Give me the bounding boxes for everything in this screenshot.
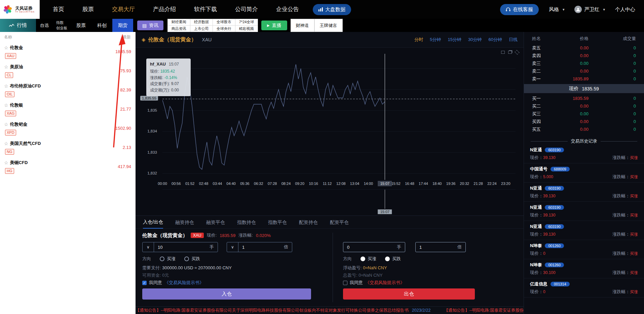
- chart-canvas[interactable]: [162, 54, 516, 180]
- period-tab-5分钟[interactable]: 5分钟: [430, 37, 441, 43]
- history-item-001260[interactable]: N坤泰001260现价：30.100涨跌幅：买涨: [524, 259, 644, 278]
- style-menu[interactable]: 风格 ▾: [549, 6, 565, 13]
- live-button[interactable]: ▶ 直播: [261, 21, 287, 30]
- star-icon[interactable]: ☆: [4, 103, 8, 108]
- y-tick-label: 1,833: [147, 150, 157, 154]
- close-agree-checkbox[interactable]: [343, 281, 347, 285]
- watchlist-item-HG[interactable]: ☆美铜CFDHG417.94: [0, 157, 136, 176]
- watchlist-item-OIL[interactable]: ☆布伦特原油CFDOIL82.39: [0, 80, 136, 99]
- trade-tab-指数平仓[interactable]: 指数平仓: [268, 216, 287, 228]
- chart-layout-icon[interactable]: [508, 51, 512, 54]
- watchlist-item-XAG[interactable]: ☆伦敦银XAG21.77: [0, 99, 136, 118]
- close-buy-up-radio[interactable]: 买涨: [361, 256, 376, 262]
- link-财神道[interactable]: 财神道: [291, 19, 314, 32]
- news-link-7*24全球[interactable]: 7*24全球: [235, 19, 258, 26]
- order-book-row-卖二[interactable]: 卖二0.000: [524, 67, 644, 75]
- nav-item-交易大厅[interactable]: 交易大厅: [103, 0, 144, 19]
- sub-link-指数[interactable]: 指数: [56, 20, 67, 26]
- leverage-select[interactable]: ∨ 1 倍: [227, 242, 292, 252]
- period-tab-60分钟[interactable]: 60分钟: [489, 37, 502, 43]
- news-link-精彩视频[interactable]: 精彩视频: [235, 25, 258, 32]
- news-link-财经要闻[interactable]: 财经要闻: [167, 19, 190, 26]
- order-book-row-买一[interactable]: 买一1835.590: [524, 94, 644, 102]
- close-quantity-input[interactable]: [343, 245, 397, 250]
- trade-tab-指数持仓[interactable]: 指数持仓: [237, 216, 256, 228]
- chart-restore-icon[interactable]: [501, 51, 505, 54]
- sub-link-创业板[interactable]: 创业板: [56, 26, 67, 31]
- tab-科创[interactable]: 科创: [91, 19, 112, 32]
- period-tab-日线[interactable]: 日线: [509, 37, 518, 43]
- star-icon[interactable]: ☆: [4, 83, 8, 89]
- personal-center-link[interactable]: 个人中心: [615, 6, 635, 13]
- history-item-603190[interactable]: N亚通603190现价：39.130涨跌幅：买涨: [524, 202, 644, 221]
- close-position-button[interactable]: 出仓: [343, 288, 475, 300]
- user-menu[interactable]: 严卫红 ▾: [574, 6, 605, 13]
- watchlist-item-CL[interactable]: ☆美原油CL75.93: [0, 61, 136, 80]
- close-leverage-input[interactable]: [416, 245, 457, 250]
- open-position-button[interactable]: 入仓: [142, 288, 311, 300]
- chevron-down-icon[interactable]: ∨: [227, 242, 238, 252]
- order-book-row-卖五[interactable]: 卖五0.000: [524, 44, 644, 52]
- star-icon[interactable]: ☆: [4, 122, 8, 127]
- risk-agreement-link[interactable]: 《交易风险提示书》: [164, 280, 204, 286]
- history-item-603190[interactable]: N亚通603190现价：39.130涨跌幅：买涨: [524, 183, 644, 202]
- tab-quotes[interactable]: 行情: [0, 19, 36, 32]
- order-book-row-买四[interactable]: 买四0.000: [524, 118, 644, 125]
- order-book-row-卖四[interactable]: 卖四0.000: [524, 52, 644, 60]
- quantity-select[interactable]: ∨ 10 手: [142, 242, 218, 252]
- period-tab-分时[interactable]: 分时: [414, 37, 423, 43]
- order-book-row-买二[interactable]: 买二0.000: [524, 102, 644, 110]
- nav-item-企业公告[interactable]: 企业公告: [267, 0, 308, 19]
- trade-tab-融资持仓[interactable]: 融资持仓: [175, 216, 194, 228]
- history-item-001314[interactable]: 亿道信息001314现价：0涨跌幅：买涨: [524, 278, 644, 298]
- order-book-row-买五[interactable]: 买五0.000: [524, 125, 644, 133]
- nav-item-首页[interactable]: 首页: [44, 0, 73, 19]
- history-item-603190[interactable]: N亚通603190现价：39.130涨跌幅：买涨: [524, 144, 644, 163]
- news-link-经济数据[interactable]: 经济数据: [190, 19, 213, 26]
- star-icon[interactable]: ☆: [4, 45, 8, 50]
- link-王牌健言[interactable]: 王牌健言: [314, 19, 343, 32]
- order-book-row-卖一[interactable]: 卖一1835.890: [524, 75, 644, 83]
- trade-tab-配资持仓[interactable]: 配资持仓: [299, 216, 318, 228]
- trade-tab-入仓/出仓[interactable]: 入仓/出仓: [143, 216, 163, 229]
- history-item-688009[interactable]: 中国通号688009现价：5.000涨跌幅：买涨: [524, 163, 644, 183]
- market-data-button[interactable]: 大盘数据: [313, 4, 351, 15]
- online-service-button[interactable]: 在线客服: [500, 4, 539, 15]
- x-tick-label: 08:24: [281, 182, 291, 186]
- star-icon[interactable]: ☆: [4, 160, 8, 165]
- buy-up-radio[interactable]: 买涨: [160, 256, 176, 262]
- news-link-上市公司[interactable]: 上市公司: [190, 25, 213, 32]
- tab-watchlist[interactable]: 自选: [36, 19, 53, 32]
- news-button[interactable]: ▤ 资讯: [137, 21, 163, 30]
- history-item-603190[interactable]: N亚通603190现价：39.130涨跌幅：买涨: [524, 221, 644, 240]
- nav-item-公司简介[interactable]: 公司简介: [226, 0, 267, 19]
- watchlist-item-NG[interactable]: ☆美国天然气CFDNG2.13: [0, 138, 136, 157]
- agree-checkbox[interactable]: ✓: [142, 281, 147, 285]
- watchlist-item-XAU[interactable]: ☆伦敦金XAU1835.59: [0, 42, 136, 61]
- tab-期货[interactable]: 期货: [112, 19, 133, 32]
- tab-股票[interactable]: 股票: [71, 19, 91, 32]
- news-link-商品资讯[interactable]: 商品资讯: [167, 25, 190, 32]
- nav-item-产品介绍[interactable]: 产品介绍: [144, 0, 185, 19]
- star-icon[interactable]: ☆: [4, 141, 8, 146]
- nav-item-软件下载[interactable]: 软件下载: [185, 0, 226, 19]
- brand-logo[interactable]: 天风证券 TF SECURITIES: [0, 0, 40, 19]
- chevron-down-icon[interactable]: ∨: [143, 242, 154, 252]
- trade-tab-配资平仓[interactable]: 配资平仓: [330, 216, 349, 228]
- nav-item-股票[interactable]: 股票: [73, 0, 103, 19]
- star-icon[interactable]: ☆: [4, 64, 8, 70]
- order-book-row-买三[interactable]: 买三0.000: [524, 110, 644, 118]
- news-link-全球央行[interactable]: 全球央行: [213, 25, 235, 32]
- period-tab-15分钟[interactable]: 15分钟: [448, 37, 461, 43]
- news-link-全球股市[interactable]: 全球股市: [213, 19, 235, 26]
- trade-tab-融资平仓[interactable]: 融资平仓: [206, 216, 225, 228]
- period-tab-30分钟[interactable]: 30分钟: [468, 37, 482, 43]
- ob-header-姓名: 姓名: [532, 36, 551, 42]
- close-buy-down-radio[interactable]: 买跌: [385, 256, 401, 262]
- close-risk-agreement-link[interactable]: 《交易风险提示书》: [365, 280, 405, 286]
- order-book-row-卖三[interactable]: 卖三0.000: [524, 60, 644, 67]
- watchlist-item-XPD[interactable]: ☆伦敦钯金XPD1502.90: [0, 118, 136, 138]
- chart-title[interactable]: 伦敦金（现货黄金）: [148, 36, 197, 43]
- history-item-001260[interactable]: N坤泰001260现价：0涨跌幅：买涨: [524, 240, 644, 259]
- buy-down-radio[interactable]: 买跌: [184, 256, 200, 262]
